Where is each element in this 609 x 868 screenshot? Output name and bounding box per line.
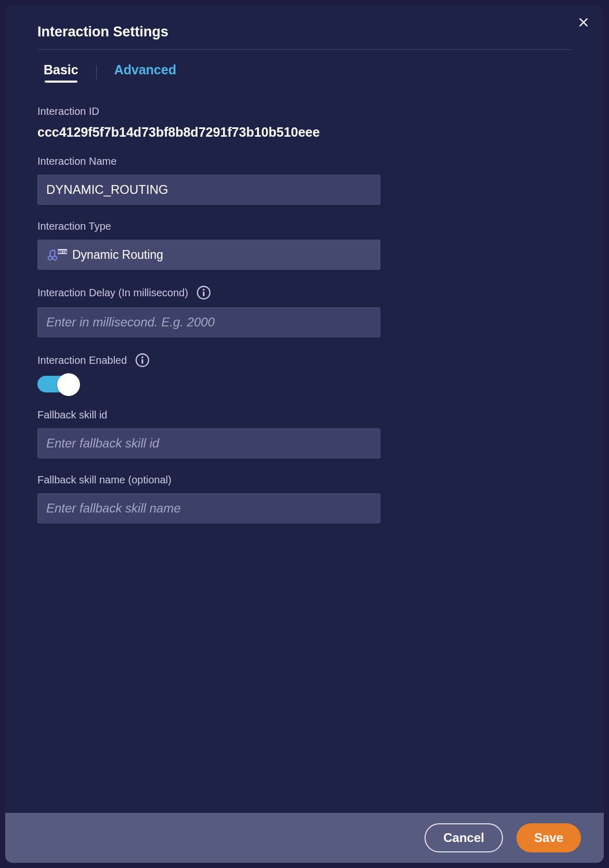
toggle-thumb bbox=[57, 373, 80, 396]
fallback-skill-name-label: Fallback skill name (optional) bbox=[37, 474, 380, 486]
field-interaction-type: Interaction Type BETA bbox=[37, 220, 380, 270]
modal-footer: Cancel Save bbox=[5, 813, 604, 863]
field-interaction-enabled: Interaction Enabled bbox=[37, 353, 380, 393]
interaction-enabled-toggle[interactable] bbox=[37, 375, 80, 393]
tab-basic[interactable]: Basic bbox=[44, 62, 78, 83]
field-interaction-name: Interaction Name bbox=[37, 155, 380, 205]
routing-icon: BETA bbox=[46, 247, 68, 262]
beta-badge: BETA bbox=[58, 250, 67, 254]
fallback-skill-id-input[interactable] bbox=[37, 428, 380, 458]
close-icon bbox=[578, 17, 589, 30]
svg-rect-8 bbox=[142, 359, 143, 364]
svg-point-7 bbox=[142, 357, 144, 359]
tab-advanced[interactable]: Advanced bbox=[114, 62, 176, 83]
interaction-delay-label: Interaction Delay (In millisecond) bbox=[37, 287, 188, 299]
tab-separator bbox=[96, 65, 97, 81]
field-interaction-delay: Interaction Delay (In millisecond) bbox=[37, 285, 380, 337]
interaction-name-input[interactable] bbox=[37, 175, 380, 205]
interaction-type-value: Dynamic Routing bbox=[72, 248, 163, 262]
field-fallback-skill-id: Fallback skill id bbox=[37, 409, 380, 458]
fallback-skill-id-label: Fallback skill id bbox=[37, 409, 380, 421]
field-interaction-id: Interaction ID ccc4129f5f7b14d73bf8b8d72… bbox=[37, 106, 380, 140]
save-button[interactable]: Save bbox=[517, 823, 581, 852]
cancel-button[interactable]: Cancel bbox=[425, 823, 503, 852]
info-icon[interactable] bbox=[196, 285, 211, 300]
interaction-enabled-label: Interaction Enabled bbox=[37, 354, 127, 366]
svg-point-4 bbox=[203, 289, 205, 291]
interaction-type-label: Interaction Type bbox=[37, 220, 380, 232]
interaction-name-label: Interaction Name bbox=[37, 155, 380, 167]
interaction-id-label: Interaction ID bbox=[37, 106, 380, 117]
field-fallback-skill-name: Fallback skill name (optional) bbox=[37, 474, 380, 523]
basic-form: Interaction ID ccc4129f5f7b14d73bf8b8d72… bbox=[37, 106, 380, 523]
interaction-settings-modal: Interaction Settings Basic Advanced Inte… bbox=[5, 5, 604, 863]
interaction-id-value: ccc4129f5f7b14d73bf8b8d7291f73b10b510eee bbox=[37, 125, 380, 140]
fallback-skill-name-input[interactable] bbox=[37, 493, 380, 523]
tabs: Basic Advanced bbox=[37, 62, 572, 83]
info-icon[interactable] bbox=[135, 353, 150, 367]
interaction-delay-input[interactable] bbox=[37, 307, 380, 337]
svg-rect-5 bbox=[203, 292, 205, 296]
close-button[interactable] bbox=[575, 15, 592, 32]
interaction-type-select[interactable]: BETA Dynamic Routing bbox=[37, 240, 380, 270]
page-title: Interaction Settings bbox=[37, 24, 572, 50]
